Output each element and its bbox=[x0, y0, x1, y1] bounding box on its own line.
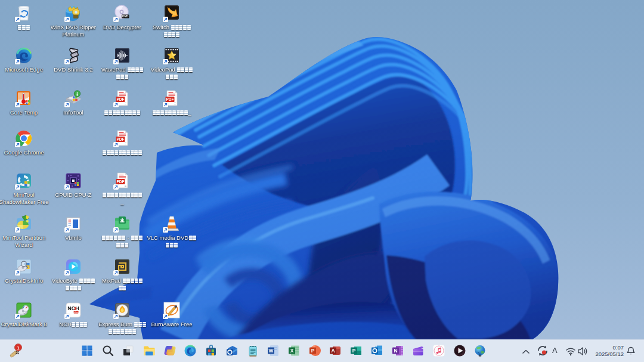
svg-text:P: P bbox=[311, 348, 315, 354]
svg-text:W: W bbox=[268, 348, 274, 354]
svg-text:PDF: PDF bbox=[117, 137, 125, 141]
svg-text:N: N bbox=[394, 348, 397, 354]
svg-text:PDF: PDF bbox=[117, 97, 125, 101]
svg-text:Software: Software bbox=[73, 311, 79, 314]
svg-text:DVD: DVD bbox=[122, 14, 129, 18]
svg-text:PDF: PDF bbox=[166, 97, 174, 101]
svg-text:A: A bbox=[331, 348, 335, 354]
svg-text:PDF: PDF bbox=[117, 180, 125, 184]
svg-text:1: 1 bbox=[17, 345, 20, 351]
svg-text:X: X bbox=[290, 348, 294, 354]
svg-text:P: P bbox=[352, 348, 356, 354]
svg-text:NCH: NCH bbox=[67, 305, 79, 311]
